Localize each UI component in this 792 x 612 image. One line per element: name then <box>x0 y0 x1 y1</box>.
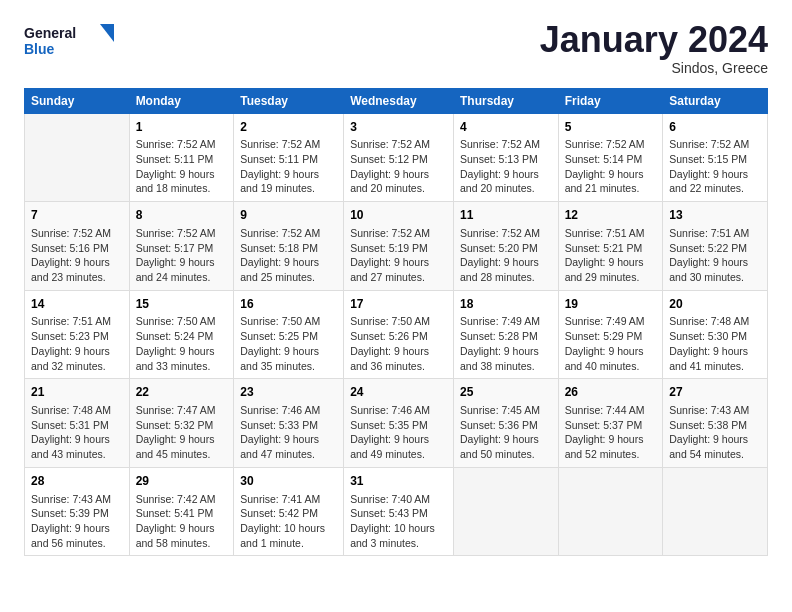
day-cell: 4Sunrise: 7:52 AMSunset: 5:13 PMDaylight… <box>454 113 559 202</box>
day-number: 25 <box>460 384 552 401</box>
day-cell: 24Sunrise: 7:46 AMSunset: 5:35 PMDayligh… <box>344 379 454 468</box>
day-cell: 29Sunrise: 7:42 AMSunset: 5:41 PMDayligh… <box>129 467 234 556</box>
day-info: Sunrise: 7:40 AMSunset: 5:43 PMDaylight:… <box>350 492 447 551</box>
col-header-monday: Monday <box>129 88 234 113</box>
day-number: 9 <box>240 207 337 224</box>
day-info: Sunrise: 7:52 AMSunset: 5:11 PMDaylight:… <box>240 137 337 196</box>
title-block: January 2024 Sindos, Greece <box>540 20 768 76</box>
day-number: 21 <box>31 384 123 401</box>
day-cell <box>663 467 768 556</box>
day-info: Sunrise: 7:48 AMSunset: 5:31 PMDaylight:… <box>31 403 123 462</box>
day-cell: 3Sunrise: 7:52 AMSunset: 5:12 PMDaylight… <box>344 113 454 202</box>
day-cell: 13Sunrise: 7:51 AMSunset: 5:22 PMDayligh… <box>663 202 768 291</box>
week-row-5: 28Sunrise: 7:43 AMSunset: 5:39 PMDayligh… <box>25 467 768 556</box>
day-info: Sunrise: 7:50 AMSunset: 5:26 PMDaylight:… <box>350 314 447 373</box>
week-row-2: 7Sunrise: 7:52 AMSunset: 5:16 PMDaylight… <box>25 202 768 291</box>
day-number: 22 <box>136 384 228 401</box>
day-number: 15 <box>136 296 228 313</box>
header-row: SundayMondayTuesdayWednesdayThursdayFrid… <box>25 88 768 113</box>
day-info: Sunrise: 7:52 AMSunset: 5:12 PMDaylight:… <box>350 137 447 196</box>
day-info: Sunrise: 7:52 AMSunset: 5:13 PMDaylight:… <box>460 137 552 196</box>
day-cell <box>25 113 130 202</box>
day-cell: 27Sunrise: 7:43 AMSunset: 5:38 PMDayligh… <box>663 379 768 468</box>
logo: General Blue <box>24 20 114 60</box>
col-header-wednesday: Wednesday <box>344 88 454 113</box>
day-info: Sunrise: 7:45 AMSunset: 5:36 PMDaylight:… <box>460 403 552 462</box>
day-number: 10 <box>350 207 447 224</box>
day-cell: 1Sunrise: 7:52 AMSunset: 5:11 PMDaylight… <box>129 113 234 202</box>
col-header-thursday: Thursday <box>454 88 559 113</box>
location-subtitle: Sindos, Greece <box>540 60 768 76</box>
day-cell: 16Sunrise: 7:50 AMSunset: 5:25 PMDayligh… <box>234 290 344 379</box>
svg-marker-2 <box>100 24 114 42</box>
day-number: 5 <box>565 119 657 136</box>
day-info: Sunrise: 7:46 AMSunset: 5:35 PMDaylight:… <box>350 403 447 462</box>
day-number: 8 <box>136 207 228 224</box>
day-cell: 7Sunrise: 7:52 AMSunset: 5:16 PMDaylight… <box>25 202 130 291</box>
page-header: General Blue January 2024 Sindos, Greece <box>24 20 768 76</box>
day-number: 3 <box>350 119 447 136</box>
day-cell: 17Sunrise: 7:50 AMSunset: 5:26 PMDayligh… <box>344 290 454 379</box>
day-cell: 11Sunrise: 7:52 AMSunset: 5:20 PMDayligh… <box>454 202 559 291</box>
day-cell: 8Sunrise: 7:52 AMSunset: 5:17 PMDaylight… <box>129 202 234 291</box>
day-cell: 26Sunrise: 7:44 AMSunset: 5:37 PMDayligh… <box>558 379 663 468</box>
week-row-1: 1Sunrise: 7:52 AMSunset: 5:11 PMDaylight… <box>25 113 768 202</box>
week-row-3: 14Sunrise: 7:51 AMSunset: 5:23 PMDayligh… <box>25 290 768 379</box>
svg-text:General: General <box>24 25 76 41</box>
day-info: Sunrise: 7:42 AMSunset: 5:41 PMDaylight:… <box>136 492 228 551</box>
day-info: Sunrise: 7:46 AMSunset: 5:33 PMDaylight:… <box>240 403 337 462</box>
day-cell: 30Sunrise: 7:41 AMSunset: 5:42 PMDayligh… <box>234 467 344 556</box>
day-cell: 2Sunrise: 7:52 AMSunset: 5:11 PMDaylight… <box>234 113 344 202</box>
day-info: Sunrise: 7:41 AMSunset: 5:42 PMDaylight:… <box>240 492 337 551</box>
day-number: 24 <box>350 384 447 401</box>
day-info: Sunrise: 7:50 AMSunset: 5:25 PMDaylight:… <box>240 314 337 373</box>
day-info: Sunrise: 7:52 AMSunset: 5:18 PMDaylight:… <box>240 226 337 285</box>
day-number: 31 <box>350 473 447 490</box>
day-cell: 25Sunrise: 7:45 AMSunset: 5:36 PMDayligh… <box>454 379 559 468</box>
day-cell: 14Sunrise: 7:51 AMSunset: 5:23 PMDayligh… <box>25 290 130 379</box>
day-number: 26 <box>565 384 657 401</box>
day-info: Sunrise: 7:52 AMSunset: 5:17 PMDaylight:… <box>136 226 228 285</box>
day-info: Sunrise: 7:52 AMSunset: 5:16 PMDaylight:… <box>31 226 123 285</box>
day-number: 17 <box>350 296 447 313</box>
day-info: Sunrise: 7:51 AMSunset: 5:21 PMDaylight:… <box>565 226 657 285</box>
day-number: 14 <box>31 296 123 313</box>
day-info: Sunrise: 7:49 AMSunset: 5:28 PMDaylight:… <box>460 314 552 373</box>
day-cell <box>558 467 663 556</box>
day-info: Sunrise: 7:47 AMSunset: 5:32 PMDaylight:… <box>136 403 228 462</box>
day-info: Sunrise: 7:48 AMSunset: 5:30 PMDaylight:… <box>669 314 761 373</box>
col-header-saturday: Saturday <box>663 88 768 113</box>
day-info: Sunrise: 7:44 AMSunset: 5:37 PMDaylight:… <box>565 403 657 462</box>
logo-svg: General Blue <box>24 20 114 60</box>
day-cell: 5Sunrise: 7:52 AMSunset: 5:14 PMDaylight… <box>558 113 663 202</box>
day-info: Sunrise: 7:51 AMSunset: 5:22 PMDaylight:… <box>669 226 761 285</box>
svg-text:Blue: Blue <box>24 41 55 57</box>
day-info: Sunrise: 7:52 AMSunset: 5:11 PMDaylight:… <box>136 137 228 196</box>
day-cell: 10Sunrise: 7:52 AMSunset: 5:19 PMDayligh… <box>344 202 454 291</box>
day-number: 6 <box>669 119 761 136</box>
day-cell: 23Sunrise: 7:46 AMSunset: 5:33 PMDayligh… <box>234 379 344 468</box>
day-cell: 12Sunrise: 7:51 AMSunset: 5:21 PMDayligh… <box>558 202 663 291</box>
week-row-4: 21Sunrise: 7:48 AMSunset: 5:31 PMDayligh… <box>25 379 768 468</box>
col-header-sunday: Sunday <box>25 88 130 113</box>
day-number: 7 <box>31 207 123 224</box>
day-number: 20 <box>669 296 761 313</box>
day-number: 27 <box>669 384 761 401</box>
day-cell: 21Sunrise: 7:48 AMSunset: 5:31 PMDayligh… <box>25 379 130 468</box>
day-info: Sunrise: 7:43 AMSunset: 5:38 PMDaylight:… <box>669 403 761 462</box>
day-number: 1 <box>136 119 228 136</box>
day-cell: 18Sunrise: 7:49 AMSunset: 5:28 PMDayligh… <box>454 290 559 379</box>
day-number: 30 <box>240 473 337 490</box>
day-cell: 20Sunrise: 7:48 AMSunset: 5:30 PMDayligh… <box>663 290 768 379</box>
day-cell: 15Sunrise: 7:50 AMSunset: 5:24 PMDayligh… <box>129 290 234 379</box>
day-cell: 9Sunrise: 7:52 AMSunset: 5:18 PMDaylight… <box>234 202 344 291</box>
day-number: 4 <box>460 119 552 136</box>
day-info: Sunrise: 7:52 AMSunset: 5:19 PMDaylight:… <box>350 226 447 285</box>
day-cell: 6Sunrise: 7:52 AMSunset: 5:15 PMDaylight… <box>663 113 768 202</box>
day-number: 19 <box>565 296 657 313</box>
day-number: 16 <box>240 296 337 313</box>
day-info: Sunrise: 7:52 AMSunset: 5:14 PMDaylight:… <box>565 137 657 196</box>
day-number: 23 <box>240 384 337 401</box>
col-header-friday: Friday <box>558 88 663 113</box>
day-info: Sunrise: 7:49 AMSunset: 5:29 PMDaylight:… <box>565 314 657 373</box>
